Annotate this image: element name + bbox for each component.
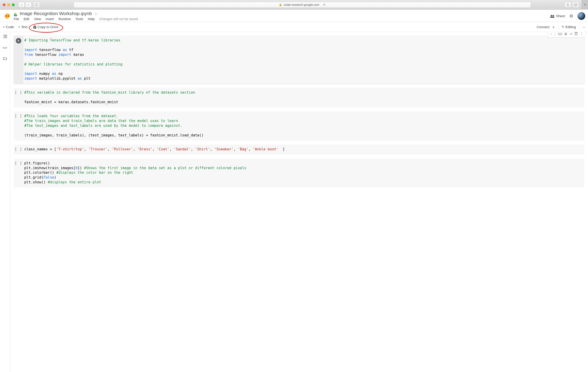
menu-bar: File Edit View Insert Runtime Tools Help… bbox=[14, 16, 548, 21]
address-bar[interactable]: 🔒 colab.research.google.com ⟳ bbox=[74, 2, 531, 8]
code-cell[interactable]: [ ]class_names = ['T-shirt/top', 'Trouse… bbox=[14, 145, 584, 155]
cell-gutter: [ ] bbox=[14, 159, 23, 188]
add-code-label: Code bbox=[6, 25, 14, 29]
star-icon[interactable]: ☆ bbox=[94, 11, 98, 16]
open-in-tab-button[interactable]: ↗ bbox=[569, 32, 572, 36]
back-button[interactable]: ‹ bbox=[18, 2, 25, 8]
plus-icon: + bbox=[3, 25, 5, 29]
code-editor[interactable]: # Importing TensorFlow and tf.keras libr… bbox=[23, 36, 584, 84]
execution-indicator[interactable]: [ ] bbox=[15, 90, 22, 107]
cell-settings-button[interactable]: ⚙ bbox=[564, 32, 567, 36]
menu-help[interactable]: Help bbox=[88, 17, 95, 21]
tabs-button[interactable] bbox=[572, 2, 579, 8]
more-cell-actions-button[interactable]: ⋮ bbox=[580, 32, 583, 36]
link-cell-button[interactable] bbox=[558, 32, 562, 36]
sidebar-toggle-button[interactable] bbox=[33, 2, 40, 8]
cell-gutter: [ ] bbox=[14, 88, 23, 107]
code-cell[interactable]: [ ]#This loads four variables from the d… bbox=[14, 111, 584, 140]
left-rail: <> bbox=[0, 32, 10, 372]
menu-tools[interactable]: Tools bbox=[75, 17, 83, 21]
svg-rect-0 bbox=[35, 3, 38, 6]
share-button[interactable]: Share bbox=[550, 14, 565, 18]
cell-gutter: [ ] bbox=[14, 145, 23, 155]
drive-icon bbox=[33, 25, 37, 29]
move-cell-up-button[interactable]: ↑ bbox=[550, 32, 552, 36]
delete-cell-button[interactable] bbox=[575, 32, 578, 36]
menu-insert[interactable]: Insert bbox=[46, 17, 54, 21]
run-cell-button[interactable] bbox=[16, 38, 21, 43]
copy-to-drive-button[interactable]: Copy to Drive bbox=[33, 25, 58, 29]
fullscreen-window-button[interactable] bbox=[12, 3, 15, 6]
svg-point-11 bbox=[551, 15, 552, 16]
window-controls bbox=[3, 3, 15, 6]
toolbar: + Code + Text Copy to Drive bbox=[0, 22, 588, 32]
notebook-area[interactable]: ↑ ↓ ⚙ ↗ ⋮ # Importing TensorFlow and tf.… bbox=[10, 32, 588, 372]
reload-icon[interactable]: ⟳ bbox=[323, 3, 326, 6]
plus-icon: + bbox=[18, 25, 20, 29]
cell-gutter bbox=[14, 36, 23, 84]
forward-button[interactable]: › bbox=[25, 2, 32, 8]
move-cell-down-button[interactable]: ↓ bbox=[554, 32, 556, 36]
execution-indicator[interactable]: [ ] bbox=[15, 147, 22, 155]
avatar[interactable] bbox=[578, 12, 585, 20]
menu-file[interactable]: File bbox=[14, 17, 19, 21]
collapse-header-button[interactable]: ︿ bbox=[583, 25, 586, 29]
editing-label: Editing bbox=[565, 25, 576, 29]
menu-runtime[interactable]: Runtime bbox=[59, 17, 71, 21]
cell-toolbar: ↑ ↓ ⚙ ↗ ⋮ bbox=[548, 32, 586, 38]
add-text-label: Text bbox=[21, 25, 28, 29]
browser-titlebar: ‹ › 🔒 colab.research.google.com ⟳ + bbox=[0, 0, 588, 10]
close-window-button[interactable] bbox=[3, 3, 5, 6]
copy-to-drive-label: Copy to Drive bbox=[38, 25, 58, 29]
minimize-window-button[interactable] bbox=[7, 3, 10, 6]
menu-view[interactable]: View bbox=[34, 17, 41, 21]
drive-icon bbox=[14, 12, 17, 15]
code-editor[interactable]: #This loads four variables from the data… bbox=[23, 111, 584, 140]
add-text-button[interactable]: + Text bbox=[18, 25, 27, 29]
colab-header: Image Recognition Workshop.ipynb ☆ File … bbox=[0, 10, 588, 21]
settings-icon[interactable]: ⚙ bbox=[569, 13, 573, 19]
toc-icon[interactable] bbox=[3, 34, 7, 39]
execution-indicator[interactable]: [ ] bbox=[15, 161, 22, 188]
lock-icon: 🔒 bbox=[279, 3, 282, 6]
code-editor[interactable]: class_names = ['T-shirt/top', 'Trouser',… bbox=[23, 145, 584, 155]
code-cell[interactable]: # Importing TensorFlow and tf.keras libr… bbox=[14, 36, 584, 84]
url-text: colab.research.google.com bbox=[284, 3, 319, 6]
code-snippets-icon[interactable]: <> bbox=[3, 46, 7, 50]
cell-gutter: [ ] bbox=[14, 111, 23, 140]
share-button[interactable] bbox=[565, 2, 571, 8]
add-code-button[interactable]: + Code bbox=[3, 25, 14, 29]
notebook-title[interactable]: Image Recognition Workshop.ipynb bbox=[20, 11, 92, 16]
pencil-icon: ✎ bbox=[561, 25, 564, 29]
share-label: Share bbox=[556, 14, 565, 18]
code-cell[interactable]: [ ]#This variable is declared from the f… bbox=[14, 88, 584, 107]
save-status: Changes will not be saved bbox=[99, 17, 138, 21]
code-editor[interactable]: plt.figure() plt.imshow(train_images[0])… bbox=[23, 159, 584, 188]
svg-point-12 bbox=[553, 15, 554, 16]
execution-indicator[interactable]: [ ] bbox=[15, 114, 22, 140]
svg-rect-20 bbox=[575, 33, 577, 35]
svg-rect-5 bbox=[575, 3, 577, 5]
colab-logo-icon[interactable] bbox=[3, 12, 11, 20]
menu-edit[interactable]: Edit bbox=[24, 17, 29, 21]
new-tab-button[interactable]: + bbox=[582, 0, 588, 10]
chevron-down-icon: ▼ bbox=[552, 26, 555, 29]
editing-mode-button[interactable]: ✎ Editing bbox=[561, 25, 576, 29]
code-editor[interactable]: #This variable is declared from the fash… bbox=[23, 88, 584, 107]
connect-label: Connect bbox=[537, 25, 550, 29]
connect-button[interactable]: Connect ▼ bbox=[537, 25, 555, 29]
svg-rect-4 bbox=[574, 4, 577, 6]
code-cell[interactable]: [ ]plt.figure() plt.imshow(train_images[… bbox=[14, 159, 584, 188]
files-icon[interactable] bbox=[3, 56, 7, 61]
